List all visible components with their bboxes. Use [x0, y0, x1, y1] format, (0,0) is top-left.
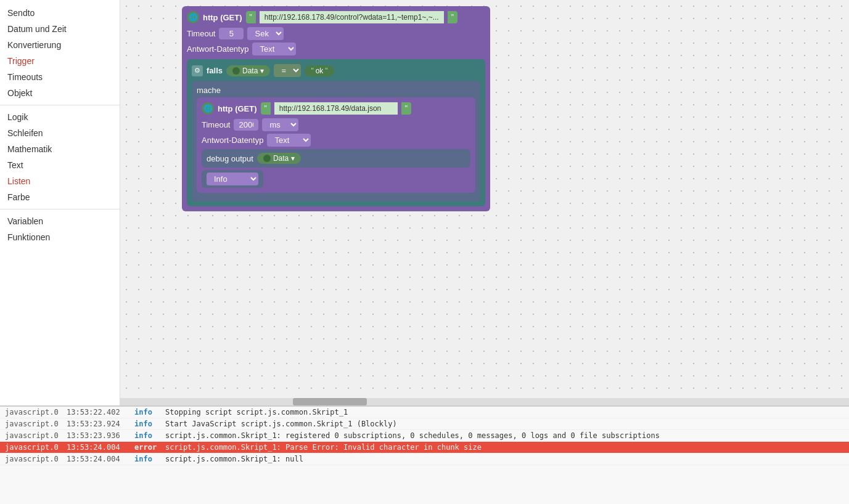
- timeout-row-inner: Timeout ms Sek: [202, 118, 470, 131]
- globe-icon-data: [232, 67, 240, 75]
- falls-block: ⚙ falls Data ▾ = ≠: [187, 59, 485, 206]
- console-level: info: [134, 420, 165, 428]
- sidebar-divider-1: [0, 105, 120, 105]
- debug-data-label: Data: [273, 154, 289, 163]
- url-quote-right: ": [448, 11, 457, 23]
- antwort-value-inner[interactable]: Text JSON: [267, 134, 311, 147]
- console-message: script.js.common.Skript_1: null: [165, 455, 844, 463]
- console-rows: javascript.0 13:53:22.402 info Stopping …: [0, 407, 849, 465]
- timeout-label-outer: Timeout: [187, 29, 215, 38]
- debug-output-block: debug output Data ▾: [202, 149, 470, 168]
- timeout-unit-outer[interactable]: Sek ms: [247, 27, 284, 40]
- sidebar-item-listen[interactable]: Listen: [0, 173, 120, 189]
- quote-right: ": [325, 67, 327, 75]
- outer-http-block: 🌐 http (GET) " http://192.168.178.49/con…: [182, 6, 490, 211]
- console-level: info: [134, 408, 165, 417]
- inner-url-field[interactable]: http://192.168.178.49/data.json: [274, 102, 398, 115]
- scrollbar-thumb[interactable]: [293, 398, 367, 405]
- data-pill-label: Data: [242, 67, 258, 75]
- ok-pill[interactable]: " ok ": [305, 65, 334, 76]
- globe-icon-outer: 🌐: [187, 11, 199, 23]
- sidebar-item-sendto[interactable]: Sendto: [0, 5, 120, 21]
- sidebar-item-schleifen[interactable]: Schleifen: [0, 125, 120, 141]
- console-row: javascript.0 13:53:23.924 info Start Jav…: [0, 418, 849, 430]
- sidebar-item-trigger[interactable]: Trigger: [0, 53, 120, 69]
- console-level: error: [134, 443, 165, 452]
- info-block: Info Debug Warning Error: [202, 170, 263, 188]
- console-row: javascript.0 13:53:24.004 error script.j…: [0, 442, 849, 453]
- sidebar-item-timeouts[interactable]: Timeouts: [0, 69, 120, 85]
- sidebar-item-logik[interactable]: Logik: [0, 109, 120, 125]
- antwort-label-inner: Antwort-Datentyp: [202, 136, 263, 145]
- ok-label: ok: [316, 67, 324, 75]
- blocks-container: 🌐 http (GET) " http://192.168.178.49/con…: [182, 6, 490, 211]
- console-time: 13:53:24.004: [67, 455, 134, 463]
- sidebar-item-funktionen[interactable]: Funktionen: [0, 229, 120, 245]
- falls-header: ⚙ falls Data ▾ = ≠: [192, 64, 480, 77]
- timeout-label-inner: Timeout: [202, 120, 230, 129]
- mache-label: mache: [197, 86, 221, 95]
- console-time: 13:53:22.402: [67, 408, 134, 417]
- timeout-value-outer[interactable]: 5: [219, 28, 244, 39]
- console-message: script.js.common.Skript_1: registered 0 …: [165, 431, 844, 440]
- debug-data-pill[interactable]: Data ▾: [257, 153, 301, 164]
- info-dropdown[interactable]: Info Debug Warning Error: [207, 173, 258, 185]
- antwort-label-outer: Antwort-Datentyp: [187, 44, 248, 54]
- sidebar-item-mathematik[interactable]: Mathematik: [0, 141, 120, 157]
- antwort-row-outer: Antwort-Datentyp Text JSON: [187, 43, 485, 55]
- data-pill-arrow: ▾: [260, 67, 264, 75]
- antwort-row-inner: Antwort-Datentyp Text JSON: [202, 134, 470, 147]
- inner-http-header: 🌐 http (GET) " http://192.168.178.49/dat…: [202, 102, 470, 115]
- console-time: 13:53:23.924: [67, 420, 134, 428]
- sidebar-item-datum[interactable]: Datum und Zeit: [0, 21, 120, 37]
- sidebar-item-variablen[interactable]: Variablen: [0, 213, 120, 229]
- url-quote-left: ": [246, 11, 256, 23]
- console-row: javascript.0 13:53:24.004 info script.js…: [0, 453, 849, 465]
- timeout-row-outer: Timeout 5 Sek ms: [187, 27, 485, 40]
- sidebar-item-objekt[interactable]: Objekt: [0, 85, 120, 101]
- sidebar-item-text[interactable]: Text: [0, 157, 120, 173]
- timeout-unit-inner[interactable]: ms Sek: [262, 118, 298, 131]
- data-pill[interactable]: Data ▾: [226, 65, 270, 76]
- console-source: javascript.0: [5, 420, 67, 428]
- quote-left: ": [311, 67, 313, 75]
- console-message: Start JavaScript script.js.common.Skript…: [165, 420, 844, 428]
- inner-url-quote-right: ": [401, 102, 411, 115]
- antwort-value-outer[interactable]: Text JSON: [252, 43, 296, 55]
- canvas-scrollbar[interactable]: [120, 398, 849, 405]
- console-source: javascript.0: [5, 431, 67, 440]
- canvas-area: 🌐 http (GET) " http://192.168.178.49/con…: [120, 0, 849, 405]
- console-time: 13:53:23.936: [67, 431, 134, 440]
- console-source: javascript.0: [5, 443, 67, 452]
- sidebar-divider-2: [0, 209, 120, 209]
- debug-output-label: debug output: [207, 154, 253, 163]
- console-row: javascript.0 13:53:22.402 info Stopping …: [0, 407, 849, 418]
- mache-block: mache 🌐 http (GET) " http://192.168.178.…: [192, 81, 480, 201]
- sidebar: Sendto Datum und Zeit Konvertierung Trig…: [0, 0, 120, 405]
- outer-http-method-label: http (GET): [203, 13, 242, 22]
- console-time: 13:53:24.004: [67, 443, 134, 452]
- equals-dropdown[interactable]: = ≠: [274, 64, 301, 77]
- outer-url-field[interactable]: http://192.168.178.49/control?wdata=11,~…: [260, 11, 444, 23]
- inner-http-block: 🌐 http (GET) " http://192.168.178.49/dat…: [197, 97, 475, 193]
- mache-label-row: mache: [197, 86, 475, 95]
- console-level: info: [134, 455, 165, 463]
- outer-http-header: 🌐 http (GET) " http://192.168.178.49/con…: [187, 11, 485, 23]
- gear-icon: ⚙: [192, 65, 203, 76]
- timeout-value-inner[interactable]: [234, 119, 258, 131]
- debug-arrow: ▾: [291, 154, 295, 163]
- console-level: info: [134, 431, 165, 440]
- inner-http-method-label: http (GET): [218, 104, 257, 113]
- console-row: javascript.0 13:53:23.936 info script.js…: [0, 430, 849, 442]
- globe-icon-inner: 🌐: [202, 102, 214, 115]
- sidebar-item-farbe[interactable]: Farbe: [0, 189, 120, 205]
- console-area: javascript.0 13:53:22.402 info Stopping …: [0, 405, 849, 504]
- sidebar-item-konvertierung[interactable]: Konvertierung: [0, 37, 120, 53]
- console-source: javascript.0: [5, 408, 67, 417]
- inner-url-quote-left: ": [261, 102, 271, 115]
- console-message: script.js.common.Skript_1: Parse Error: …: [165, 443, 844, 452]
- globe-icon-debug: [263, 155, 271, 162]
- console-source: javascript.0: [5, 455, 67, 463]
- console-message: Stopping script script.js.common.Skript_…: [165, 408, 844, 417]
- falls-label: falls: [207, 66, 223, 75]
